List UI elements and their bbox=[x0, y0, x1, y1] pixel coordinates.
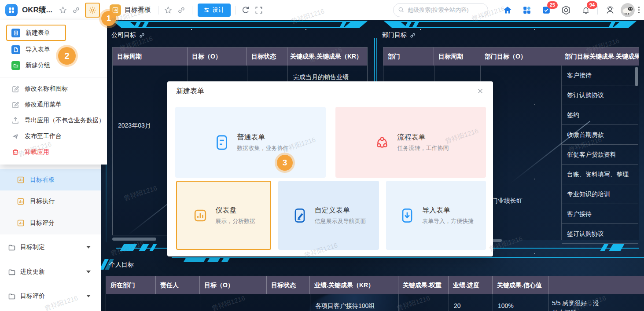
column-divider bbox=[548, 294, 549, 311]
chevron-down-icon bbox=[86, 271, 91, 273]
menu-item-publish-workbench[interactable]: 发布至工作台 bbox=[0, 128, 107, 144]
folder-icon bbox=[8, 243, 16, 251]
column-header: 部门 bbox=[383, 48, 434, 66]
table-row: 客户接待 bbox=[562, 204, 638, 224]
horizontal-scrollbar[interactable] bbox=[112, 238, 156, 241]
close-icon[interactable] bbox=[476, 87, 484, 95]
tab-dashboard[interactable]: 目标看板 bbox=[125, 6, 151, 14]
table-row: 签订认购协议 bbox=[562, 85, 638, 105]
card-import-form[interactable]: 导入表单 表单导入，方便快捷 bbox=[386, 181, 486, 250]
menu-item-rename-icon[interactable]: 修改名称和图标 bbox=[0, 81, 107, 97]
user-avatar[interactable] bbox=[621, 3, 635, 17]
column-header: 业绩.进度 bbox=[449, 276, 493, 294]
column-header: 所在部门 bbox=[106, 276, 156, 294]
tab-link-icon[interactable] bbox=[177, 6, 186, 15]
sidebar-group-goal-review[interactable]: 目标评价 bbox=[0, 287, 101, 305]
table-header-row: 目标周期 目标（O） 目标状态 关键成果.关键成果（KR） bbox=[113, 48, 367, 66]
panel-title-text: 公司目标 bbox=[111, 31, 136, 39]
menu-item-label: 发布至工作台 bbox=[25, 132, 62, 140]
card-description: 信息展示及导航页面 bbox=[315, 217, 366, 225]
card-text: 导入表单 表单导入，方便快捷 bbox=[422, 206, 474, 225]
home-icon[interactable] bbox=[503, 5, 512, 15]
goal-period-cell: 2023年03月 bbox=[118, 122, 151, 130]
refresh-icon[interactable] bbox=[241, 5, 250, 15]
tasks-icon[interactable]: 25 bbox=[541, 5, 551, 15]
apps-grid-icon[interactable] bbox=[522, 5, 532, 15]
card-normal-form[interactable]: 普通表单 数据收集，业务协作 bbox=[175, 107, 326, 178]
sliders-icon bbox=[204, 7, 210, 13]
card-text: 自定义表单 信息展示及导航页面 bbox=[315, 206, 366, 225]
column-header: 部门目标（O） bbox=[480, 48, 561, 66]
column-header: 目标状态 bbox=[267, 276, 310, 294]
column-header: 目标（O） bbox=[200, 276, 267, 294]
menu-item-new-group[interactable]: 新建分组 bbox=[0, 58, 107, 73]
import-form-icon bbox=[398, 207, 416, 224]
column-header-empty bbox=[548, 276, 644, 294]
edit-icon bbox=[11, 101, 19, 109]
share-link-icon[interactable] bbox=[72, 6, 81, 15]
kr-list: 客户接待 签订认购协议 签约 收缴首期房款 催促客户贷款资料 台账、资料填写、整… bbox=[562, 66, 638, 244]
card-workflow-form[interactable]: 流程表单 任务流转，工作协同 bbox=[335, 107, 486, 178]
menu-item-label: 导出应用（不包含业务数据） bbox=[25, 117, 105, 124]
table-body: 各项目客户接待100组 20 100% 5/5 感觉很好，没什么问题 bbox=[106, 294, 644, 311]
sidebar-item-goal-execution[interactable]: 目标执行 bbox=[0, 190, 101, 212]
menu-item-label: 修改名称和图标 bbox=[25, 85, 68, 93]
favorite-star-icon[interactable] bbox=[59, 6, 67, 15]
column-header: 关键成果.关键成果（KR） bbox=[287, 48, 367, 66]
menu-item-new-form[interactable]: 新建表单 bbox=[7, 26, 65, 40]
chart-icon bbox=[17, 176, 25, 184]
vertical-scrollbar[interactable] bbox=[635, 67, 638, 86]
gear-icon[interactable] bbox=[88, 6, 97, 15]
table-row: 客户接待 bbox=[562, 66, 638, 85]
modal-body: 普通表单 数据收集，业务协作 流程表单 任务流转，工作协同 仪表盘 bbox=[167, 101, 493, 250]
tasks-count-badge: 25 bbox=[547, 1, 558, 9]
sidebar-group-progress-update[interactable]: 进度更新 bbox=[0, 263, 101, 281]
personal-goals-table: 所在部门 责任人 目标（O） 目标状态 业绩.关键成果（KR） 关键成果.权重 … bbox=[106, 276, 644, 311]
weight-cell: 20 bbox=[454, 302, 461, 309]
card-custom-form[interactable]: 自定义表单 信息展示及导航页面 bbox=[278, 181, 379, 250]
menu-item-export-app[interactable]: 导出应用（不包含业务数据） bbox=[0, 113, 107, 128]
design-button[interactable]: 设计 bbox=[198, 4, 231, 17]
support-contact-icon[interactable] bbox=[605, 5, 615, 15]
app-logo-icon[interactable] bbox=[5, 4, 18, 16]
menu-item-import-form[interactable]: 导入表单 bbox=[0, 42, 107, 58]
card-description: 任务流转，工作协同 bbox=[397, 144, 449, 152]
link-icon[interactable] bbox=[409, 32, 416, 39]
form-card-row: 仪表盘 展示，分析数据 自定义表单 信息展示及导航页面 导入表单 表单导入， bbox=[175, 181, 486, 250]
column-header: 责任人 bbox=[156, 276, 200, 294]
menu-item-edit-common-menu[interactable]: 修改通用菜单 bbox=[0, 97, 107, 113]
table-row: 签约 bbox=[562, 105, 638, 125]
notifications-bell-icon[interactable]: 94 bbox=[581, 5, 591, 15]
sidebar-group-label: 目标评价 bbox=[20, 292, 45, 300]
table-row: 收缴首期房款 bbox=[562, 125, 638, 145]
menu-item-uninstall-app[interactable]: 卸载应用 bbox=[0, 144, 107, 160]
global-search-input[interactable] bbox=[393, 3, 488, 17]
link-icon[interactable] bbox=[139, 32, 145, 39]
sidebar-item-goal-dashboard[interactable]: 目标看板 bbox=[0, 169, 101, 190]
company-goals-title: 公司目标 bbox=[111, 31, 145, 39]
tour-highlight-box: 新建表单 bbox=[6, 25, 66, 41]
card-title: 流程表单 bbox=[397, 133, 449, 142]
card-dashboard[interactable]: 仪表盘 展示，分析数据 bbox=[176, 181, 271, 250]
menu-item-label: 卸载应用 bbox=[25, 148, 49, 156]
tab-star-icon[interactable] bbox=[164, 6, 173, 15]
top-bar-right: 25 94 bbox=[393, 0, 640, 20]
kr-cell: 各项目客户接待100组 bbox=[315, 302, 375, 310]
folder-icon bbox=[8, 292, 16, 300]
divider bbox=[597, 6, 598, 15]
column-divider bbox=[156, 294, 156, 311]
card-description: 表单导入，方便快捷 bbox=[422, 217, 474, 225]
panel-top-decoration bbox=[207, 257, 221, 262]
top-bar: OKR绩... 目标看板 设计 bbox=[0, 0, 644, 20]
sidebar-item-goal-scoring[interactable]: 目标评分 bbox=[0, 212, 101, 234]
app-settings-menu: 新建表单 导入表单 新建分组 修改名称和图标 修改通用菜单 导出应用（不包含业务… bbox=[0, 20, 107, 165]
more-options-icon[interactable] bbox=[638, 7, 640, 13]
approval-center-icon[interactable] bbox=[561, 5, 571, 15]
sidebar-group-goal-setting[interactable]: 目标制定 bbox=[0, 238, 101, 256]
design-button-label: 设计 bbox=[212, 6, 224, 14]
column-divider bbox=[449, 294, 449, 311]
fullscreen-icon[interactable] bbox=[254, 6, 263, 15]
app-settings-highlight[interactable] bbox=[85, 3, 100, 18]
normal-form-icon bbox=[213, 133, 231, 152]
sidebar-group-label: 目标制定 bbox=[20, 243, 45, 251]
